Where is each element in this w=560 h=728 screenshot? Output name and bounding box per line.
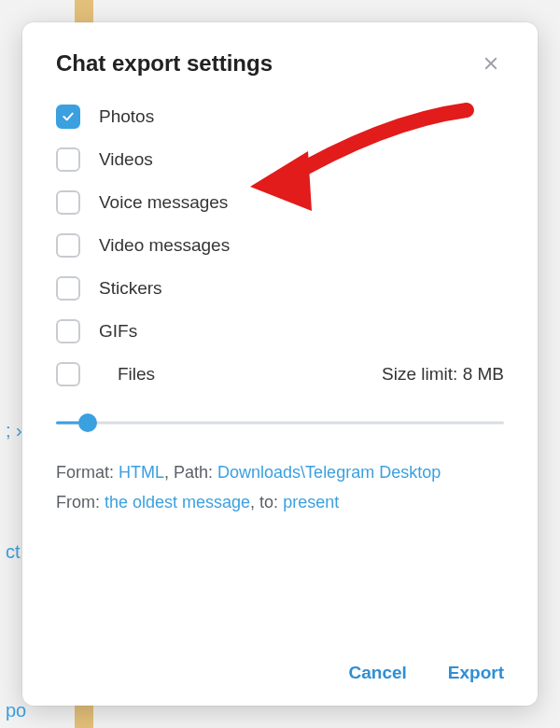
from-label: From:: [56, 493, 105, 511]
option-video-messages[interactable]: Video messages: [56, 233, 504, 258]
size-limit-prefix: Size limit:: [382, 364, 463, 384]
close-button[interactable]: [478, 50, 504, 77]
option-label: GIFs: [99, 321, 137, 342]
background-text: ; ›: [6, 420, 22, 441]
export-info: Format: HTML, Path: Downloads\Telegram D…: [56, 457, 504, 518]
dialog-title: Chat export settings: [56, 50, 273, 77]
format-label: Format:: [56, 463, 119, 482]
option-label: Voice messages: [99, 192, 228, 213]
option-files[interactable]: Files Size limit: 8 MB: [56, 362, 504, 386]
option-label: Files: [118, 364, 155, 385]
checkbox-gifs[interactable]: [56, 319, 80, 343]
path-label: Path:: [174, 463, 217, 482]
export-options-list: Photos Videos Voice messages Video messa…: [56, 105, 504, 386]
option-label: Photos: [99, 106, 154, 127]
checkbox-video-messages[interactable]: [56, 233, 80, 258]
checkbox-photos[interactable]: [56, 105, 80, 129]
from-link[interactable]: the oldest message: [105, 493, 250, 511]
sep: ,: [250, 493, 259, 511]
to-label: to:: [259, 493, 283, 511]
dialog-footer: Cancel Export: [56, 655, 504, 683]
option-label: Stickers: [99, 278, 162, 299]
close-icon: [483, 55, 499, 72]
option-videos[interactable]: Videos: [56, 147, 504, 172]
cancel-button[interactable]: Cancel: [349, 663, 407, 683]
format-link[interactable]: HTML: [119, 463, 164, 482]
checkbox-videos[interactable]: [56, 147, 80, 172]
size-limit-value: 8 MB: [463, 364, 504, 384]
backdrop: ; › ct po Chat export settings Photos Vi…: [0, 0, 560, 728]
path-link[interactable]: Downloads\Telegram Desktop: [217, 463, 441, 482]
sep: ,: [164, 463, 174, 482]
background-text: ct: [6, 541, 21, 563]
checkbox-voice-messages[interactable]: [56, 190, 80, 215]
checkbox-files[interactable]: [56, 362, 80, 386]
slider-track: [56, 422, 504, 425]
chat-export-settings-dialog: Chat export settings Photos Videos: [22, 22, 538, 706]
option-gifs[interactable]: GIFs: [56, 319, 504, 343]
size-limit-slider[interactable]: [56, 413, 504, 433]
checkbox-stickers[interactable]: [56, 276, 80, 301]
background-text: po: [6, 700, 26, 721]
option-photos[interactable]: Photos: [56, 105, 504, 129]
size-limit-label: Size limit: 8 MB: [382, 364, 504, 385]
option-voice-messages[interactable]: Voice messages: [56, 190, 504, 215]
export-button[interactable]: Export: [448, 663, 504, 683]
option-stickers[interactable]: Stickers: [56, 276, 504, 301]
slider-thumb[interactable]: [78, 413, 97, 432]
option-label: Video messages: [99, 235, 230, 256]
check-icon: [61, 109, 76, 124]
to-link[interactable]: present: [283, 493, 339, 511]
dialog-header: Chat export settings: [56, 50, 504, 77]
option-label: Videos: [99, 149, 153, 170]
